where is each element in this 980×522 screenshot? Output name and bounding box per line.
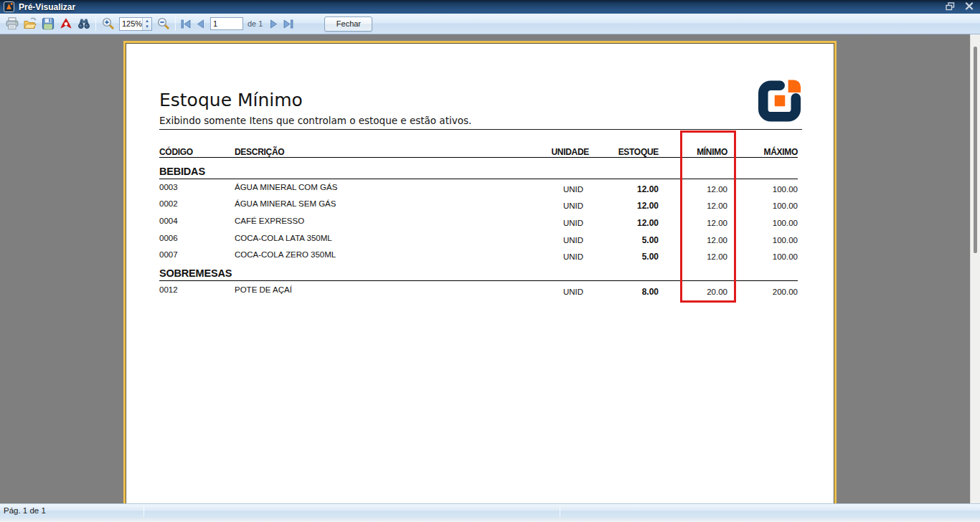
company-logo-icon — [758, 80, 802, 123]
zoom-in-icon — [101, 16, 116, 31]
first-page-icon — [181, 19, 191, 29]
export-pdf-button[interactable] — [57, 15, 75, 33]
save-icon — [41, 16, 55, 31]
previous-page-button[interactable] — [193, 16, 207, 32]
col-header-codigo: CÓDIGO — [159, 144, 235, 157]
cell-estoque: 12.00 — [589, 214, 659, 232]
cell-codigo: 0003 — [159, 179, 235, 196]
print-button[interactable] — [3, 15, 21, 33]
close-button[interactable] — [963, 1, 976, 11]
page-number-input[interactable] — [210, 17, 243, 30]
find-button[interactable] — [75, 15, 93, 33]
zoom-increase-arrow[interactable]: ▲ — [143, 18, 151, 24]
statusbar-page-label: Pág. 1 de 1 — [4, 506, 46, 515]
restore-button[interactable] — [943, 1, 956, 11]
window-controls — [943, 1, 976, 11]
cell-unidade: UNID — [543, 214, 589, 232]
preview-area: Estoque Mínimo Exibindo somente Itens qu… — [0, 34, 980, 503]
zoom-level-spinner[interactable]: 125% ▲ ▼ — [119, 17, 152, 31]
zoom-spinner-arrows: ▲ ▼ — [142, 18, 151, 30]
statusbar-divider — [143, 506, 144, 517]
cell-maximo: 100.00 — [727, 181, 798, 198]
find-icon — [77, 16, 91, 31]
cell-codigo: 0012 — [159, 281, 235, 298]
minimo-column-highlight — [680, 130, 736, 303]
report-page-content: Estoque Mínimo Exibindo somente Itens qu… — [126, 44, 834, 503]
previous-page-icon — [196, 19, 204, 29]
cell-descricao: CAFÉ EXPRESSO — [235, 212, 543, 229]
cell-codigo: 0002 — [159, 196, 235, 213]
cell-codigo: 0006 — [159, 229, 235, 247]
cell-descricao: ÁGUA MINERAL SEM GÁS — [235, 196, 543, 213]
cell-unidade: UNID — [543, 248, 589, 265]
title-divider — [159, 129, 802, 130]
col-header-unidade: UNIDADE — [543, 144, 589, 157]
last-page-button[interactable] — [281, 16, 296, 32]
next-page-icon — [270, 19, 278, 29]
cell-unidade: UNID — [543, 232, 589, 249]
zoom-decrease-arrow[interactable]: ▼ — [143, 24, 151, 30]
statusbar: Pág. 1 de 1 — [0, 503, 980, 518]
toolbar-separator — [95, 16, 96, 31]
cell-unidade: UNID — [543, 181, 589, 198]
zoom-in-button[interactable] — [99, 15, 117, 33]
cell-estoque: 8.00 — [589, 283, 659, 300]
zoom-out-button[interactable] — [154, 15, 172, 33]
vertical-scrollbar[interactable] — [970, 34, 980, 503]
app-icon — [4, 1, 14, 12]
page-count-label: de 1 — [248, 19, 263, 28]
report-page: Estoque Mínimo Exibindo somente Itens qu… — [123, 41, 837, 503]
open-button[interactable] — [21, 15, 39, 33]
cell-maximo: 100.00 — [727, 214, 798, 232]
first-page-button[interactable] — [179, 16, 193, 32]
close-preview-button[interactable]: Fechar — [324, 16, 372, 32]
cell-descricao: ÁGUA MINERAL COM GÁS — [235, 179, 543, 196]
export-pdf-icon — [59, 16, 73, 31]
cell-maximo: 200.00 — [727, 283, 798, 300]
cell-descricao: COCA-COLA ZERO 350ML — [235, 246, 543, 263]
col-header-maximo: MÁXIMO — [727, 144, 798, 157]
cell-estoque: 12.00 — [589, 181, 659, 198]
report-subtitle: Exibindo somente Itens que controlam o e… — [159, 115, 471, 126]
toolbar: 125% ▲ ▼ de 1 — [0, 14, 980, 34]
cell-codigo: 0004 — [159, 212, 235, 229]
next-page-button[interactable] — [267, 16, 281, 32]
cell-estoque: 5.00 — [589, 232, 659, 249]
cell-estoque: 12.00 — [589, 198, 659, 215]
cell-estoque: 5.00 — [589, 248, 659, 265]
zoom-level-value: 125% — [120, 18, 142, 30]
report-title: Estoque Mínimo — [159, 90, 303, 110]
toolbar-separator — [175, 16, 176, 31]
cell-unidade: UNID — [543, 198, 589, 215]
cell-maximo: 100.00 — [727, 248, 798, 265]
cell-descricao: COCA-COLA LATA 350ML — [235, 229, 543, 247]
col-header-descricao: DESCRIÇÃO — [235, 144, 543, 157]
cell-descricao: POTE DE AÇAÍ — [235, 281, 543, 298]
cell-unidade: UNID — [543, 283, 589, 300]
print-icon — [5, 16, 19, 31]
titlebar: Pré-Visualizar — [0, 0, 980, 14]
open-file-icon — [23, 16, 37, 31]
last-page-icon — [283, 19, 293, 29]
zoom-out-icon — [156, 16, 171, 31]
statusbar-divider — [560, 506, 560, 517]
cell-maximo: 100.00 — [727, 232, 798, 249]
window-title: Pré-Visualizar — [19, 2, 75, 12]
col-header-estoque: ESTOQUE — [589, 144, 659, 157]
cell-maximo: 100.00 — [727, 198, 798, 215]
preview-window: Pré-Visualizar — [0, 0, 980, 522]
window-bottom-edge — [0, 518, 980, 522]
cell-codigo: 0007 — [159, 246, 235, 263]
save-button[interactable] — [39, 15, 57, 33]
scrollbar-thumb[interactable] — [974, 47, 977, 253]
